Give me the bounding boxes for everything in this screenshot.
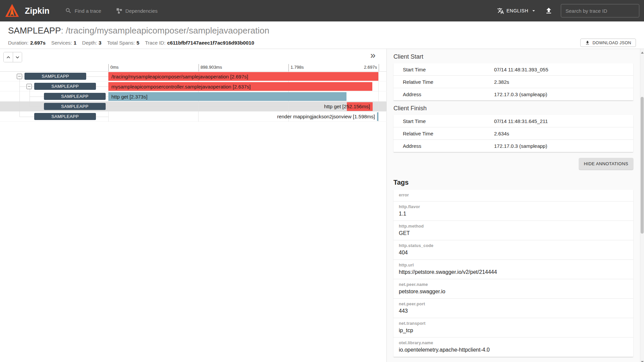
scrollbar-thumb[interactable] xyxy=(641,97,644,234)
nav-dependencies[interactable]: Dependencies xyxy=(116,8,158,14)
span-duration-bar[interactable]: /tracing/mysampleapicomposer/samplejavao… xyxy=(108,72,378,81)
stat-label: Duration: xyxy=(8,40,29,46)
annotation-value: 172.17.0.3 (sampleapp) xyxy=(494,92,547,97)
tag-row: http.status_code404 xyxy=(393,240,633,260)
service-badge[interactable]: SAMPLEAPP xyxy=(24,73,86,80)
stat-value: c611bfbf7147aeec1f7ac916d93b0010 xyxy=(167,40,254,46)
collapse-detail-panel-icon[interactable]: » xyxy=(370,50,376,60)
tag-key: net.peer.name xyxy=(399,282,628,287)
service-badge[interactable]: SAMPLEAPP xyxy=(34,113,96,120)
tag-key: error xyxy=(399,193,628,197)
trace-service-name: SAMPLEAPP xyxy=(8,25,61,36)
tag-key: http.url xyxy=(399,263,628,267)
annotation-value: 07/14 11:48:31.393_055 xyxy=(494,67,548,72)
trace-span-row[interactable]: SAMPLEAPP/tracing/mysampleapicomposer/sa… xyxy=(0,71,387,81)
next-span-button[interactable] xyxy=(13,52,22,62)
annotation-value: 172.17.0.3 (sampleapp) xyxy=(494,143,547,149)
language-selector[interactable]: ENGLISH xyxy=(497,7,537,14)
tags-title: Tags xyxy=(393,179,633,186)
stat-value: 2.697s xyxy=(30,40,46,46)
tag-row: http.methodGET xyxy=(393,221,633,240)
trace-header: SAMPLEAPP: /tracing/mysampleapicomposer/… xyxy=(0,21,644,49)
service-badge[interactable]: SAMPLEAPP xyxy=(44,93,106,100)
dependencies-icon xyxy=(116,8,122,14)
stat-label: Total Spans: xyxy=(107,40,135,46)
axis-tick-label: 898.903ms xyxy=(201,65,222,70)
stat-value: 3 xyxy=(99,40,101,46)
stat-label: Trace ID: xyxy=(145,40,165,46)
span-duration-bar[interactable]: mysampleapicomposercontroller.samplejava… xyxy=(108,82,372,91)
annotation-card: Start Time07/14 11:48:31.645_211Relative… xyxy=(393,115,633,152)
chevron-up-icon xyxy=(5,54,12,61)
span-label: http get [2.373s] xyxy=(108,94,148,100)
scrollbar-up-arrow-icon[interactable] xyxy=(641,52,644,54)
collapse-span-toggle[interactable] xyxy=(17,74,22,79)
annotation-value: 2.634s xyxy=(494,131,509,136)
annotation-value: 07/14 11:48:31.645_211 xyxy=(494,118,548,124)
download-icon xyxy=(585,40,590,45)
annotation-card: Start Time07/14 11:48:31.393_055Relative… xyxy=(393,63,633,101)
annotation-row: Start Time07/14 11:48:31.645_211 xyxy=(393,115,633,127)
timeline-grid-line xyxy=(378,71,379,122)
span-duration-bar[interactable] xyxy=(377,112,378,121)
tag-key: net.transport xyxy=(399,321,628,326)
stat-item: Duration:2.697s xyxy=(8,40,46,46)
download-json-button[interactable]: DOWNLOAD JSON xyxy=(580,39,636,47)
trace-span-row[interactable]: SAMPLEAPPhttp get [2.373s] xyxy=(0,92,387,102)
tag-value: 1.1 xyxy=(399,211,628,217)
nav-item-label: Dependencies xyxy=(125,8,158,14)
trace-operation-name: /tracing/mysampleapicomposer/samplejavao… xyxy=(66,25,269,36)
annotation-row: Address172.17.0.3 (sampleapp) xyxy=(393,140,633,152)
span-duration-bar[interactable]: http get [2.373s] xyxy=(108,92,346,101)
tag-value: GET xyxy=(399,230,628,236)
axis-tick-label: 1.798s xyxy=(290,65,304,70)
upload-trace-button[interactable] xyxy=(545,7,553,15)
annotation-value: 2.382s xyxy=(494,79,509,85)
tag-key: http.flavor xyxy=(399,204,628,209)
chevron-down-icon xyxy=(14,54,21,61)
service-badge[interactable]: SAMPLEAPP xyxy=(34,83,96,90)
span-label: mysampleapicomposercontroller.samplejava… xyxy=(108,84,251,89)
annotation-section-title: Client Start xyxy=(393,53,633,60)
title-separator: : xyxy=(61,25,66,36)
hide-annotations-button[interactable]: HIDE ANNOTATIONS xyxy=(579,158,633,170)
tag-value: ip_tcp xyxy=(399,327,628,334)
nav-find-a-trace[interactable]: Find a trace xyxy=(65,7,101,14)
previous-span-button[interactable] xyxy=(4,52,13,62)
trace-span-row[interactable]: SAMPLEAPPhttp get [252.156ms] xyxy=(0,102,387,112)
annotation-row: Relative Time2.382s xyxy=(393,76,633,88)
language-label: ENGLISH xyxy=(506,8,528,13)
trace-span-row[interactable]: SAMPLEAPPrender mappingjackson2jsonview … xyxy=(0,112,387,122)
axis-tick: 1.798s xyxy=(288,64,289,71)
axis-tick: 0ms xyxy=(108,64,109,71)
stat-item: Depth:3 xyxy=(82,40,102,46)
stat-item: Total Spans:5 xyxy=(107,40,139,46)
page-title: SAMPLEAPP: /tracing/mysampleapicomposer/… xyxy=(8,25,636,36)
annotation-row: Start Time07/14 11:48:31.393_055 xyxy=(393,63,633,76)
tag-row: error xyxy=(393,190,633,201)
trace-timeline-pane: » 0ms898.903ms1.798s2.697s SAMPLEAPP/tra… xyxy=(0,49,387,362)
tree-connector-line xyxy=(30,89,30,107)
download-json-label: DOWNLOAD JSON xyxy=(592,41,631,45)
stat-label: Depth: xyxy=(82,40,97,46)
span-label: http get [252.156ms] xyxy=(324,102,370,112)
tag-key: otel.library.name xyxy=(399,341,628,345)
timeline-rows: SAMPLEAPP/tracing/mysampleapicomposer/sa… xyxy=(0,71,387,122)
annotation-row: Relative Time2.634s xyxy=(393,127,633,140)
translate-icon xyxy=(497,7,504,14)
axis-tick-label: 0ms xyxy=(110,65,119,70)
zipkin-logo-icon xyxy=(5,3,19,18)
tag-key: http.status_code xyxy=(399,243,628,248)
trace-span-row[interactable]: SAMPLEAPPmysampleapicomposercontroller.s… xyxy=(0,81,387,92)
service-badge[interactable]: SAMPLEAPP xyxy=(44,103,106,110)
tag-row: net.peer.port443 xyxy=(393,299,633,318)
axis-tick: 2.697s xyxy=(379,64,379,71)
collapse-span-toggle[interactable] xyxy=(26,84,32,89)
span-navigation-buttons xyxy=(3,52,22,62)
annotation-row: Address172.17.0.3 (sampleapp) xyxy=(393,88,633,101)
annotation-label: Address xyxy=(403,92,494,97)
search-by-trace-id-input[interactable] xyxy=(561,4,639,17)
annotations-container: Client StartStart Time07/14 11:48:31.393… xyxy=(387,53,640,152)
trace-stats-bar: Duration:2.697sServices:1Depth:3Total Sp… xyxy=(8,38,636,47)
chevron-down-icon xyxy=(531,8,537,14)
